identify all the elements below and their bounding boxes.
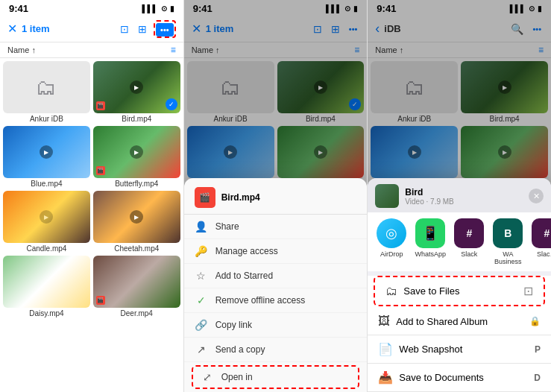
panel-share-sheet: 9:41 ▌▌▌ ⊙ ▮ ‹ iDB 🔍 ••• Name ↑ ≡ 🗂 Anku… <box>368 0 551 392</box>
scan-icon-1[interactable]: ⊡ <box>118 22 131 37</box>
app-badge: 🎬 <box>96 296 105 305</box>
context-menu: 🎬 Bird.mp4 👤 Share 🔑 Manage access ☆ Add… <box>184 178 368 392</box>
share-close-button[interactable]: ✕ <box>529 189 544 203</box>
wa-business-icon: B <box>493 218 523 248</box>
offline-label: Remove offline access <box>215 295 306 306</box>
link-icon: 🔗 <box>195 319 208 331</box>
send-copy-menu-item[interactable]: ↗ Send a copy <box>184 338 368 362</box>
list-item[interactable]: Daisy.mp4 <box>3 256 90 317</box>
web-snapshot-label: Web Snapshot <box>399 344 462 355</box>
save-files-right-icon: ⊡ <box>523 284 533 298</box>
copy-link-menu-item[interactable]: 🔗 Copy link <box>184 313 368 338</box>
status-time-1: 9:41 <box>9 3 28 14</box>
share-file-sub: Video · 7.9 MB <box>405 197 523 206</box>
app-badge: 🎬 <box>96 101 105 110</box>
web-snapshot-left: 📄 Web Snapshot <box>378 342 462 356</box>
grid-icon-1[interactable]: ⊞ <box>136 22 149 37</box>
manage-access-menu-item[interactable]: 🔑 Manage access <box>184 239 368 264</box>
share-actions: 🗂 Save to Files ⊡ 🖼 Add to Shared Album … <box>368 276 551 392</box>
share-app-wa-business[interactable]: B WA Business <box>491 218 524 265</box>
slack2-label: Slac… <box>537 250 551 258</box>
video-thumb-deer: 🎬 <box>93 256 180 308</box>
list-item[interactable]: ▶ ✓ 🎬 Bird.mp4 <box>93 61 180 123</box>
list-item[interactable]: ▶ Blue.mp4 <box>3 126 90 188</box>
shared-album-left: 🖼 Add to Shared Album <box>378 314 488 328</box>
web-snapshot-action[interactable]: 📄 Web Snapshot P <box>368 335 551 364</box>
status-bar-1: 9:41 ▌▌▌ ⊙ ▮ <box>0 0 183 16</box>
remove-offline-menu-item[interactable]: ✓ Remove offline access <box>184 288 368 313</box>
airdrop-label: AirDrop <box>380 250 403 258</box>
share-sheet: Bird Video · 7.9 MB ✕ ◎ AirDrop 📱 WhatsA… <box>368 178 551 392</box>
slack2-icon: # <box>532 218 551 248</box>
list-item[interactable]: ▶ Cheetah.mp4 <box>93 191 180 253</box>
open-in-icon: ⤢ <box>201 371 214 383</box>
list-item[interactable]: ▶ Candle.mp4 <box>3 191 90 253</box>
file-name: Daisy.mp4 <box>29 309 64 317</box>
play-icon: ▶ <box>130 80 143 94</box>
save-to-files-highlight: 🗂 Save to Files ⊡ <box>374 276 545 306</box>
add-shared-album-action[interactable]: 🖼 Add to Shared Album 🔒 <box>368 308 551 335</box>
context-menu-header: 🎬 Bird.mp4 <box>184 184 368 215</box>
nav-bar-1: ✕ 1 item ⊡ ⊞ ••• <box>0 16 183 42</box>
file-name: Candle.mp4 <box>26 244 66 253</box>
wa-business-label: WA Business <box>491 250 524 265</box>
save-documents-action[interactable]: 📥 Save to Documents D <box>368 364 551 392</box>
offline-icon: ✓ <box>195 294 208 306</box>
play-icon: ▶ <box>40 210 53 224</box>
send-copy-label: Send a copy <box>215 344 265 355</box>
list-item[interactable]: 🗂 Ankur iDB <box>3 61 90 123</box>
file-grid-1: 🗂 Ankur iDB ▶ ✓ 🎬 Bird.mp4 ▶ Blue.mp4 <box>0 58 183 392</box>
list-item[interactable]: ▶ 🎬 Butterfly.mp4 <box>93 126 180 188</box>
files-icon: 🗂 <box>385 285 397 298</box>
documents-right-icon: D <box>534 373 541 383</box>
save-to-files-action[interactable]: 🗂 Save to Files ⊡ <box>375 277 544 305</box>
airdrop-icon: ◎ <box>377 218 406 248</box>
selected-badge: ✓ <box>166 98 177 110</box>
manage-label: Manage access <box>215 246 278 256</box>
panel-files-selected: 9:41 ▌▌▌ ⊙ ▮ ✕ 1 item ⊡ ⊞ ••• Name ↑ ≡ 🗂… <box>0 0 184 392</box>
album-right-icon: 🔒 <box>529 316 541 326</box>
share-apps-row: ◎ AirDrop 📱 WhatsApp # Slack B WA Busine… <box>368 212 551 271</box>
copy-link-label: Copy link <box>215 320 252 330</box>
documents-icon: 📥 <box>378 370 393 385</box>
save-to-files-label: Save to Files <box>403 285 459 297</box>
shared-album-label: Add to Shared Album <box>396 316 488 327</box>
context-file-name: Bird.mp4 <box>221 192 260 203</box>
folder-thumb: 🗂 <box>3 61 90 113</box>
list-view-icon-1[interactable]: ≡ <box>171 45 176 55</box>
star-icon: ☆ <box>195 270 208 282</box>
close-button-1[interactable]: ✕ <box>7 22 17 36</box>
play-icon: ▶ <box>130 145 143 159</box>
add-starred-menu-item[interactable]: ☆ Add to Starred <box>184 264 368 288</box>
app-badge: 🎬 <box>96 166 105 175</box>
share-app-whatsapp[interactable]: 📱 WhatsApp <box>414 218 447 265</box>
open-in-menu-item[interactable]: ⤢ Open in <box>192 365 360 389</box>
file-name: Bird.mp4 <box>122 115 151 123</box>
file-type-icon: 🎬 <box>195 187 215 208</box>
snapshot-right-icon: P <box>535 344 541 355</box>
share-app-slack[interactable]: # Slack <box>453 218 485 265</box>
more-button-1[interactable]: ••• <box>156 23 174 37</box>
share-file-title: Bird <box>405 187 523 197</box>
wifi-icon: ⊙ <box>161 4 167 13</box>
video-thumb-bird: ▶ ✓ 🎬 <box>93 61 180 113</box>
share-menu-item[interactable]: 👤 Share <box>184 215 368 239</box>
file-name: Deer.mp4 <box>121 309 153 317</box>
list-item[interactable]: 🎬 Deer.mp4 <box>93 256 180 317</box>
video-thumb-butterfly: ▶ 🎬 <box>93 126 180 178</box>
video-thumb-blue: ▶ <box>3 126 90 178</box>
save-documents-left: 📥 Save to Documents <box>378 370 483 385</box>
play-icon: ▶ <box>130 210 143 224</box>
share-app-slack2[interactable]: # Slac… <box>530 218 551 265</box>
share-preview-info: Bird Video · 7.9 MB <box>405 187 523 206</box>
video-thumb-daisy <box>3 256 90 308</box>
save-to-files-left: 🗂 Save to Files <box>385 285 459 298</box>
file-name: Ankur iDB <box>30 115 63 123</box>
sort-bar-1: Name ↑ ≡ <box>0 42 183 58</box>
share-app-airdrop[interactable]: ◎ AirDrop <box>375 218 408 265</box>
sort-label-1: Name ↑ <box>7 45 36 54</box>
share-sheet-header: Bird Video · 7.9 MB ✕ <box>368 178 551 212</box>
file-name: Butterfly.mp4 <box>115 180 158 188</box>
panel-context-menu: 9:41 ▌▌▌ ⊙ ▮ ✕ 1 item ⊡ ⊞ ••• Name ↑ ≡ 🗂… <box>184 0 368 392</box>
whatsapp-icon: 📱 <box>415 218 445 248</box>
